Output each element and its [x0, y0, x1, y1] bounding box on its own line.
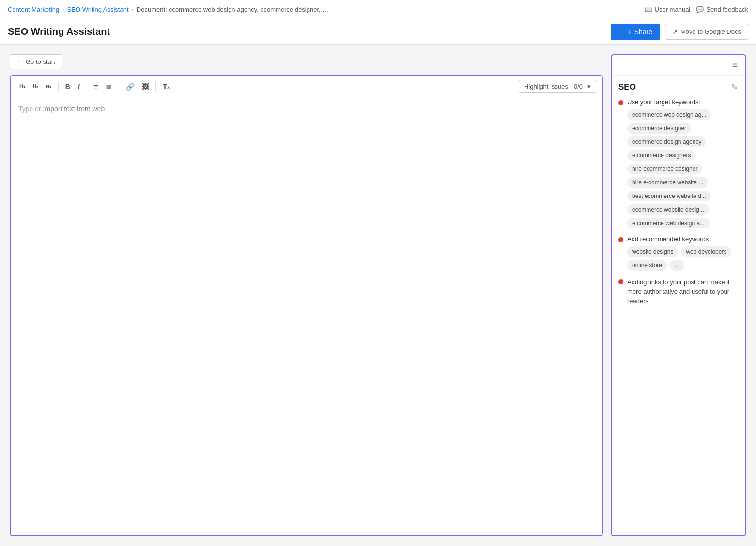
- share-icon: 👤+: [618, 28, 632, 36]
- toolbar-divider-2: [87, 82, 87, 91]
- editor-panel: ← Go to start H₁ H₂ H₃ B I ≡ ≣ 🔗 🖼 T̲ₓ: [10, 54, 603, 536]
- seo-panel-title: SEO: [618, 82, 636, 92]
- highlight-label: Highlight issues: [524, 83, 568, 90]
- chevron-down-icon: ▾: [587, 83, 591, 90]
- recommended-keywords-label: Add recommended keywords:: [627, 235, 739, 243]
- header-buttons: 👤+ Share ↗ Move to Google Docs: [611, 24, 748, 40]
- breadcrumb-sep-2: ›: [132, 6, 134, 13]
- rec-keyword-tag-2[interactable]: web developers: [681, 246, 731, 257]
- feedback-icon: 💬: [696, 6, 704, 13]
- toolbar-divider-3: [119, 82, 119, 91]
- user-manual-link[interactable]: 📖 User manual: [645, 6, 691, 13]
- keyword-tag-6[interactable]: hire e-commerce website ...: [627, 177, 708, 188]
- editor-body[interactable]: Type or Import text from web: [11, 97, 602, 535]
- seo-panel: ≡ SEO ✎ Use your target keywords: ecomme…: [611, 54, 746, 536]
- page-header: SEO Writing Assistant 👤+ Share ↗ Move to…: [0, 19, 756, 45]
- keyword-tag-3[interactable]: ecommerce design agency: [627, 136, 706, 147]
- recommended-keywords-item: Add recommended keywords: website design…: [618, 235, 739, 271]
- heading3-button[interactable]: H₃: [43, 82, 54, 91]
- rec-keyword-tag-1[interactable]: website designs: [627, 246, 678, 257]
- arrow-left-icon: ←: [17, 58, 23, 65]
- share-button[interactable]: 👤+ Share: [611, 24, 660, 40]
- breadcrumb-sep-1: ›: [62, 6, 64, 13]
- import-text-link[interactable]: Import text from web: [43, 105, 105, 113]
- target-keywords-content: Use your target keywords: ecommerce web …: [627, 98, 739, 228]
- italic-button[interactable]: I: [75, 81, 83, 92]
- seo-edit-icon[interactable]: ✎: [730, 81, 739, 92]
- top-bar-actions: 📖 User manual 💬 Send feedback: [645, 6, 748, 13]
- top-bar: Content Marketing › SEO Writing Assistan…: [0, 0, 756, 19]
- target-keywords-tags: ecommerce web design ag... ecommerce des…: [627, 109, 739, 228]
- toolbar-divider-4: [155, 82, 156, 91]
- heading2-button[interactable]: H₂: [30, 82, 41, 91]
- send-feedback-label: Send feedback: [706, 6, 748, 13]
- seo-panel-body: SEO ✎ Use your target keywords: ecommerc…: [612, 76, 745, 535]
- go-to-start-label: Go to start: [26, 58, 55, 65]
- go-to-start-button[interactable]: ← Go to start: [10, 54, 62, 69]
- recommended-keywords-content: Add recommended keywords: website design…: [627, 235, 739, 271]
- panel-menu-icon[interactable]: ≡: [730, 59, 740, 71]
- unordered-list-button[interactable]: ≣: [103, 80, 115, 93]
- share-label: Share: [634, 28, 652, 36]
- editor-box: H₁ H₂ H₃ B I ≡ ≣ 🔗 🖼 T̲ₓ Highlight issue…: [10, 75, 603, 536]
- recommended-keywords-tags: website designs web developers online st…: [627, 246, 739, 271]
- target-keywords-item: Use your target keywords: ecommerce web …: [618, 98, 739, 228]
- page-title: SEO Writing Assistant: [8, 26, 110, 37]
- links-description: Adding links to your post can make it mo…: [627, 277, 739, 306]
- breadcrumb-seo-writing-assistant[interactable]: SEO Writing Assistant: [67, 6, 129, 13]
- google-docs-icon: ↗: [672, 28, 678, 35]
- breadcrumb-document: Document: ecommerce web design agency, e…: [137, 6, 330, 13]
- go-to-start-wrap: ← Go to start: [10, 54, 603, 69]
- recommended-keywords-bullet: [618, 237, 623, 242]
- keyword-tag-2[interactable]: ecommerce designer: [627, 123, 691, 134]
- keyword-tag-4[interactable]: e commerce designers: [627, 150, 695, 161]
- highlight-count-value: 0/0: [574, 83, 583, 90]
- editor-toolbar: H₁ H₂ H₃ B I ≡ ≣ 🔗 🖼 T̲ₓ Highlight issue…: [11, 76, 602, 97]
- link-button[interactable]: 🔗: [123, 81, 137, 92]
- keyword-tag-8[interactable]: ecommerce website desig...: [627, 204, 709, 215]
- editor-placeholder: Type or Import text from web: [18, 105, 594, 113]
- target-keywords-label: Use your target keywords:: [627, 98, 739, 106]
- google-docs-button[interactable]: ↗ Move to Google Docs: [665, 24, 748, 40]
- ordered-list-button[interactable]: ≡: [91, 80, 101, 92]
- book-icon: 📖: [645, 6, 652, 13]
- breadcrumb-content-marketing[interactable]: Content Marketing: [8, 6, 59, 13]
- heading1-button[interactable]: H₁: [16, 81, 28, 91]
- placeholder-text-main: Type or: [18, 105, 43, 113]
- seo-panel-header: ≡: [612, 55, 745, 76]
- links-bullet: [618, 279, 623, 284]
- highlight-issues-dropdown[interactable]: Highlight issues 0/0 ▾: [519, 80, 596, 93]
- image-button[interactable]: 🖼: [139, 81, 152, 92]
- main-content: ← Go to start H₁ H₂ H₃ B I ≡ ≣ 🔗 🖼 T̲ₓ: [0, 45, 756, 546]
- bold-button[interactable]: B: [62, 81, 73, 92]
- google-docs-label: Move to Google Docs: [680, 28, 741, 35]
- user-manual-label: User manual: [655, 6, 691, 13]
- clear-format-button[interactable]: T̲ₓ: [160, 81, 172, 92]
- links-content: Adding links to your post can make it mo…: [627, 277, 739, 306]
- keyword-tag-9[interactable]: e commerce web design a...: [627, 218, 710, 228]
- rec-keyword-tag-more[interactable]: ...: [670, 260, 684, 271]
- rec-keyword-tag-3[interactable]: online store: [627, 260, 667, 271]
- toolbar-divider-1: [58, 82, 59, 91]
- keyword-tag-7[interactable]: best ecommerce website d...: [627, 191, 711, 201]
- links-recommendation-item: Adding links to your post can make it mo…: [618, 277, 739, 306]
- seo-section-title: SEO ✎: [618, 81, 739, 92]
- breadcrumb: Content Marketing › SEO Writing Assistan…: [8, 6, 330, 13]
- target-keywords-bullet: [618, 100, 623, 105]
- keyword-tag-1[interactable]: ecommerce web design ag...: [627, 109, 711, 120]
- keyword-tag-5[interactable]: hire ecommerce designer: [627, 164, 702, 174]
- send-feedback-link[interactable]: 💬 Send feedback: [696, 6, 748, 13]
